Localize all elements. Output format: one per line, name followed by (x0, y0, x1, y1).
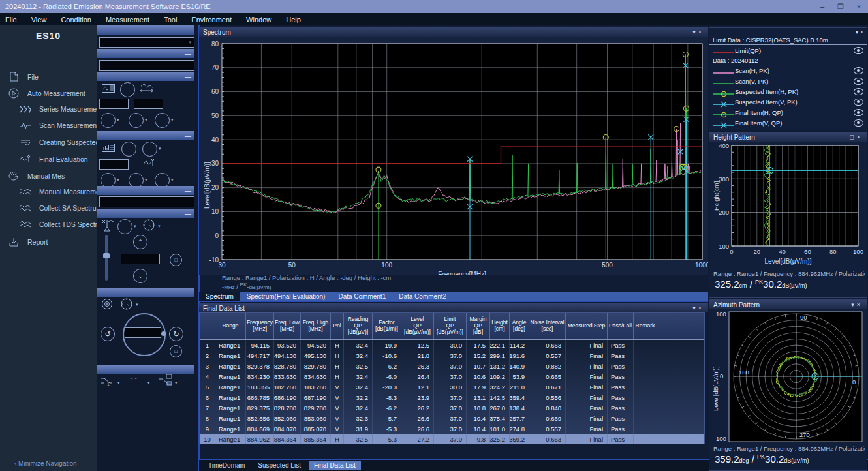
sidebar-item-scan-measurement[interactable]: Scan Measurement (18, 121, 99, 129)
sng-button[interactable] (142, 142, 157, 157)
mast-down-button[interactable]: ⌄ (133, 269, 147, 283)
collapse-icon[interactable]: ▾ (856, 29, 859, 35)
chevron-down-icon[interactable]: ▾ (175, 380, 178, 386)
table-rotate-ccw-button[interactable]: ↺ (101, 327, 115, 341)
table-dial-handle[interactable] (161, 331, 166, 336)
visibility-eye-icon[interactable] (854, 109, 863, 116)
menu-tool[interactable]: Tool (164, 16, 177, 23)
mast-stop-button[interactable]: □ (170, 254, 182, 266)
selector-switch1-icon[interactable]: 1 (101, 376, 115, 388)
sidebar-item-manual-measurement[interactable]: Manual Measurement (18, 188, 106, 196)
table-row[interactable]: 5Range1183.355182.760183.760V32.4-20.312… (200, 382, 704, 392)
column-header[interactable]: Freq. Low [MHz] (274, 313, 301, 339)
table-dial-icon[interactable] (120, 297, 133, 312)
mast-slider-thumb[interactable] (103, 253, 110, 258)
column-header[interactable]: Noise Interval [sec] (529, 313, 566, 339)
table-row[interactable]: 9Range1884.669884.070885.070V31.9-5.326.… (200, 423, 704, 434)
spectrum-chart[interactable]: -100102030405060708030501005001000Freque… (199, 37, 708, 275)
collapse-icon[interactable]: ▾ (692, 29, 698, 35)
legend-item[interactable]: Suspected Item(V, PK) (709, 97, 867, 107)
sidebar-item-collect-tds-spectrum[interactable]: Collect TDS Spectrum (18, 220, 107, 228)
legend-item[interactable]: Scan(V, PK) (709, 76, 867, 86)
sidebar-item-manual-mes[interactable]: Manual Mes (7, 171, 65, 181)
height-pattern-chart[interactable]: 100200300400020406080100 (709, 142, 867, 260)
column-header[interactable]: Margin QP [dB] (467, 313, 490, 339)
visibility-eye-icon[interactable] (854, 99, 863, 106)
column-header[interactable]: Remark (634, 313, 657, 339)
column-header[interactable]: Limit QP [dB(µV/m)] (434, 313, 467, 339)
sidebar-item-final-evaluation[interactable]: Final Evaluation (18, 155, 88, 163)
column-header[interactable]: Height [cm] (490, 313, 510, 339)
column-header[interactable]: Angle [deg] (510, 313, 529, 339)
close-window-button[interactable]: × (850, 3, 868, 10)
column-header[interactable]: Measured Step (566, 313, 608, 339)
restore-icon[interactable]: ◻ (849, 134, 856, 140)
legend-item[interactable]: Final Item(V, QP) (709, 117, 867, 128)
mast-dial-icon[interactable] (142, 219, 155, 234)
selector-switch2-icon[interactable] (158, 374, 174, 387)
chevron-down-icon[interactable]: ▾ (136, 302, 138, 307)
column-header[interactable]: Frequency [MHz] (246, 313, 274, 339)
tab-timedomain[interactable]: TimeDomain (203, 461, 250, 470)
table-row[interactable]: 2Range1494.717494.130495.130H32.4-10.621… (200, 350, 704, 361)
chevron-down-icon[interactable]: ▾ (145, 177, 147, 183)
receiver-frequency-input[interactable] (99, 159, 129, 170)
menu-view[interactable]: View (31, 16, 47, 23)
chevron-down-icon[interactable]: ▾ (159, 146, 161, 151)
visibility-eye-icon[interactable] (854, 67, 863, 74)
chevron-down-icon[interactable]: ▾ (158, 224, 161, 229)
sa-stop-frequency-input[interactable] (134, 99, 163, 109)
limit-input[interactable] (99, 60, 194, 71)
table-row[interactable]: 10Range1884.962884.364885.364H32.5-5.327… (200, 434, 704, 444)
column-header[interactable]: Freq. High [MHz] (301, 313, 331, 339)
column-header[interactable]: Factor [dB(1/m)] (373, 313, 401, 339)
menu-measurement[interactable]: Measurement (106, 16, 149, 23)
selector-off-value[interactable]: → • (129, 376, 136, 380)
chevron-down-icon[interactable]: ▾ (117, 380, 120, 386)
column-header[interactable]: Reading QP [dB(µV)] (344, 313, 373, 339)
tab-data-comment1[interactable]: Data Comment1 (332, 292, 392, 301)
close-icon[interactable]: × (860, 29, 863, 35)
menu-window[interactable]: Window (246, 16, 271, 23)
legend-item[interactable]: Limit(QP) (709, 45, 867, 55)
chevron-down-icon[interactable]: ▾ (171, 177, 174, 183)
sa-bl2-button[interactable] (155, 113, 170, 128)
minimize-navigation-button[interactable]: ‹ Minimize Navigation (14, 460, 77, 467)
legend-item[interactable]: Final Item(H, QP) (709, 107, 867, 117)
limit-section-header[interactable]: — (97, 49, 194, 58)
table-row[interactable]: 4Range1834.230833.630834.630H32.4-6.026.… (200, 371, 704, 382)
tab-suspected-list[interactable]: Suspected List (253, 461, 306, 470)
mast-up-button[interactable]: ⌃ (133, 235, 147, 249)
sa-start-frequency-input[interactable] (99, 99, 129, 109)
close-icon[interactable]: × (698, 29, 704, 35)
transducer-section-header[interactable]: — (97, 186, 194, 195)
sidebar-item-collect-sa-spectrum[interactable]: Collect SA Spectrum (18, 204, 102, 212)
visibility-eye-icon[interactable] (854, 88, 863, 95)
sidebar-item-auto-measurement[interactable]: Auto Measurement (7, 88, 85, 99)
mast-height-slider[interactable] (105, 235, 108, 281)
spectrum-analyzer-section-header[interactable]: — (97, 72, 194, 81)
rcv-button[interactable] (121, 142, 136, 157)
receiver-section-header[interactable]: — (97, 131, 194, 140)
visibility-eye-icon[interactable] (854, 119, 863, 127)
legend-item[interactable]: Scan(H, PK) (709, 65, 867, 76)
column-header[interactable]: Level QP [dB(µV/m)] (401, 313, 434, 339)
table-row[interactable]: 3Range1829.378828.780829.780H32.5-6.226.… (200, 361, 704, 371)
visibility-eye-icon[interactable] (854, 47, 863, 54)
close-icon[interactable]: × (698, 305, 704, 311)
condition-input[interactable]: ▾ (99, 37, 194, 48)
azimuth-pattern-chart[interactable]: 9018027001000100 (709, 309, 867, 447)
chevron-down-icon[interactable]: ▾ (117, 117, 119, 123)
condition-section-header[interactable]: — (97, 25, 194, 35)
restore-window-button[interactable]: ❐ (831, 3, 850, 11)
table-row[interactable]: 6Range1686.785686.190687.190V32.2-8.323.… (200, 392, 704, 403)
sidebar-item-report[interactable]: Report (7, 237, 48, 247)
tab-final-data-list[interactable]: Final Data List (309, 461, 361, 470)
table-section-header[interactable]: — (97, 288, 194, 297)
sidebar-item-series-measurement[interactable]: Series Measurement (18, 105, 102, 113)
sa-detector-button[interactable] (101, 113, 116, 128)
collapse-icon[interactable]: ▾ (851, 301, 857, 308)
mast-height-input[interactable] (121, 254, 160, 264)
close-icon[interactable]: × (857, 301, 863, 308)
spa-button[interactable] (120, 82, 135, 97)
